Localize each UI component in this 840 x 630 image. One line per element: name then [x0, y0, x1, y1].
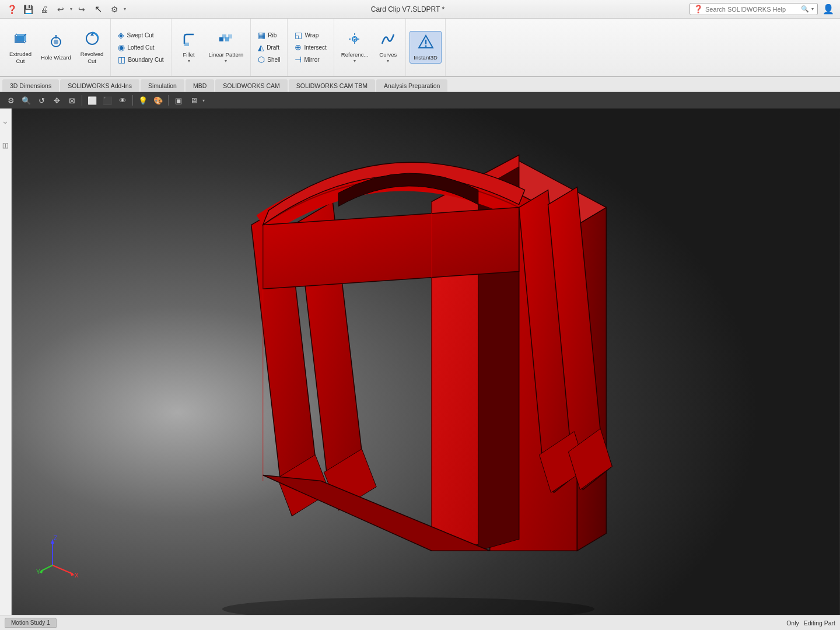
- revolved-cut-label: RevolvedCut: [80, 51, 104, 64]
- lighting-icon[interactable]: 💡: [136, 94, 149, 107]
- revolved-cut-button[interactable]: RevolvedCut: [77, 28, 107, 66]
- zoom-icon[interactable]: 🔍: [20, 94, 33, 107]
- search-icon[interactable]: 🔍: [801, 5, 809, 13]
- svg-rect-14: [228, 34, 232, 38]
- draft-button[interactable]: ◭ Draft: [254, 41, 284, 53]
- mirror-button[interactable]: ⊣ Mirror: [291, 54, 330, 65]
- wrap-label: Wrap: [304, 32, 318, 38]
- boundary-cut-label: Boundary Cut: [128, 57, 163, 63]
- rib-label: Rib: [268, 32, 276, 38]
- instant3d-icon: [418, 34, 434, 53]
- options-icon[interactable]: ⚙: [107, 2, 121, 16]
- left-panel-toggle[interactable]: ›: [1, 111, 11, 134]
- svg-text:Z: Z: [54, 535, 57, 541]
- linear-pattern-dropdown[interactable]: ▾: [225, 58, 227, 64]
- user-icon[interactable]: 👤: [821, 2, 835, 16]
- lofted-cut-label: Lofted Cut: [127, 44, 154, 51]
- shell-button[interactable]: ⬡ Shell: [254, 54, 284, 65]
- main-area: › ⊟: [0, 108, 840, 615]
- redo-icon[interactable]: ↪: [75, 2, 89, 16]
- save-icon[interactable]: 💾: [21, 2, 35, 16]
- reference-geometry-button[interactable]: Referenc... ▾: [338, 29, 372, 65]
- tab-mbd[interactable]: MBD: [186, 79, 214, 92]
- select-icon[interactable]: ⊠: [65, 94, 78, 107]
- color-icon[interactable]: 🎨: [152, 94, 164, 107]
- options-dropdown[interactable]: ▾: [124, 6, 126, 12]
- left-panel: › ⊟: [0, 108, 12, 615]
- svg-point-20: [425, 45, 426, 47]
- draft-label: Draft: [267, 44, 279, 51]
- reference-dropdown[interactable]: ▾: [354, 58, 356, 64]
- lofted-cut-button[interactable]: ◉ Lofted Cut: [114, 41, 167, 53]
- status-text: Only: [786, 620, 799, 626]
- status-bar: Motion Study 1 Only Editing Part: [0, 615, 840, 630]
- curves-dropdown[interactable]: ▾: [387, 58, 389, 64]
- fillet-label: Fillet: [183, 51, 195, 58]
- monitor-dropdown[interactable]: ▾: [202, 98, 205, 103]
- wrap-icon: ◱: [295, 30, 302, 40]
- svg-text:X: X: [75, 572, 79, 579]
- display-mode-icon[interactable]: ▣: [172, 94, 185, 107]
- fillet-icon: [181, 31, 197, 50]
- wrap-button[interactable]: ◱ Wrap: [291, 29, 330, 41]
- search-dropdown[interactable]: ▾: [811, 6, 814, 12]
- rib-button[interactable]: ▦ Rib: [254, 29, 284, 41]
- question-icon: ❓: [694, 5, 703, 13]
- boundary-cut-button[interactable]: ◫ Boundary Cut: [114, 54, 167, 65]
- ribbon: ExtrudedCut Hole Wizard RevolvedCut: [0, 19, 840, 77]
- extruded-cut-label: ExtrudedCut: [9, 51, 32, 64]
- title-bar: ❓ 💾 🖨 ↩ ▾ ↪ ↖ ⚙ ▾ Card Clip V7.SLDPRT * …: [0, 0, 840, 19]
- undo-icon[interactable]: ↩: [54, 2, 68, 16]
- tab-analysis-preparation[interactable]: Analysis Preparation: [376, 79, 447, 92]
- lofted-cut-icon: ◉: [118, 43, 125, 52]
- svg-line-2: [15, 34, 17, 36]
- ribbon-group-wrap: ◱ Wrap ⊕ Intersect ⊣ Mirror: [288, 19, 334, 76]
- shell-label: Shell: [267, 57, 280, 63]
- curves-button[interactable]: Curves ▾: [374, 29, 402, 65]
- left-panel-btn2[interactable]: ⊟: [1, 134, 11, 158]
- fillet-dropdown[interactable]: ▾: [188, 58, 190, 64]
- hole-wizard-label: Hole Wizard: [41, 54, 71, 61]
- rib-icon: ▦: [258, 30, 265, 40]
- hide-show-icon[interactable]: 👁: [116, 94, 129, 107]
- editing-part-text: Editing Part: [804, 620, 835, 626]
- draft-icon: ◭: [258, 43, 264, 52]
- tab-simulation[interactable]: Simulation: [141, 79, 184, 92]
- motion-study-tab[interactable]: Motion Study 1: [5, 618, 57, 628]
- help-icon[interactable]: ❓: [5, 2, 19, 16]
- instant3d-button[interactable]: Instant3D: [410, 31, 442, 64]
- hole-wizard-button[interactable]: Hole Wizard: [37, 32, 75, 63]
- cursor-icon[interactable]: ↖: [91, 2, 105, 16]
- tab-solidworks-cam[interactable]: SOLIDWORKS CAM: [215, 79, 287, 92]
- swept-cut-button[interactable]: ◈ Swept Cut: [114, 29, 167, 41]
- appearance-icon[interactable]: ⬜: [86, 94, 99, 107]
- search-box[interactable]: ❓ 🔍 ▾: [690, 3, 818, 15]
- tab-3d-dimensions[interactable]: 3D Dimensions: [2, 79, 59, 92]
- svg-marker-50: [70, 572, 75, 576]
- rib-stack: ▦ Rib ◭ Draft ⬡ Shell: [254, 29, 284, 65]
- linear-pattern-button[interactable]: Linear Pattern ▾: [205, 29, 247, 65]
- display-style-icon[interactable]: ⬛: [101, 94, 114, 107]
- intersect-icon: ⊕: [295, 43, 302, 52]
- search-input[interactable]: [705, 6, 799, 13]
- tab-solidworks-cam-tbm[interactable]: SOLIDWORKS CAM TBM: [289, 79, 375, 92]
- viewport[interactable]: Z X Y: [12, 108, 840, 615]
- linear-pattern-label: Linear Pattern: [209, 51, 244, 58]
- tab-solidworks-addins[interactable]: SOLIDWORKS Add-Ins: [60, 79, 139, 92]
- toolbar2: ⚙ 🔍 ↺ ✥ ⊠ ⬜ ⬛ 👁 💡 🎨 ▣ 🖥 ▾: [0, 92, 840, 108]
- monitor-icon[interactable]: 🖥: [187, 94, 200, 107]
- ribbon-group-cut-ops: ◈ Swept Cut ◉ Lofted Cut ◫ Boundary Cut: [111, 19, 171, 76]
- print-icon[interactable]: 🖨: [37, 2, 51, 16]
- intersect-button[interactable]: ⊕ Intersect: [291, 41, 330, 53]
- swept-cut-label: Swept Cut: [127, 32, 153, 38]
- fillet-button[interactable]: Fillet ▾: [175, 29, 203, 65]
- view-settings-icon[interactable]: ⚙: [5, 94, 18, 107]
- linear-pattern-icon: [218, 31, 234, 50]
- extruded-cut-button[interactable]: ExtrudedCut: [6, 28, 35, 66]
- undo-dropdown[interactable]: ▾: [70, 6, 72, 12]
- cut-ops-stack: ◈ Swept Cut ◉ Lofted Cut ◫ Boundary Cut: [114, 29, 167, 65]
- rotate-icon[interactable]: ↺: [35, 94, 48, 107]
- ribbon-group-rib: ▦ Rib ◭ Draft ⬡ Shell: [251, 19, 288, 76]
- ribbon-group-fillet: Fillet ▾ Linear Pattern ▾: [172, 19, 251, 76]
- pan-icon[interactable]: ✥: [50, 94, 63, 107]
